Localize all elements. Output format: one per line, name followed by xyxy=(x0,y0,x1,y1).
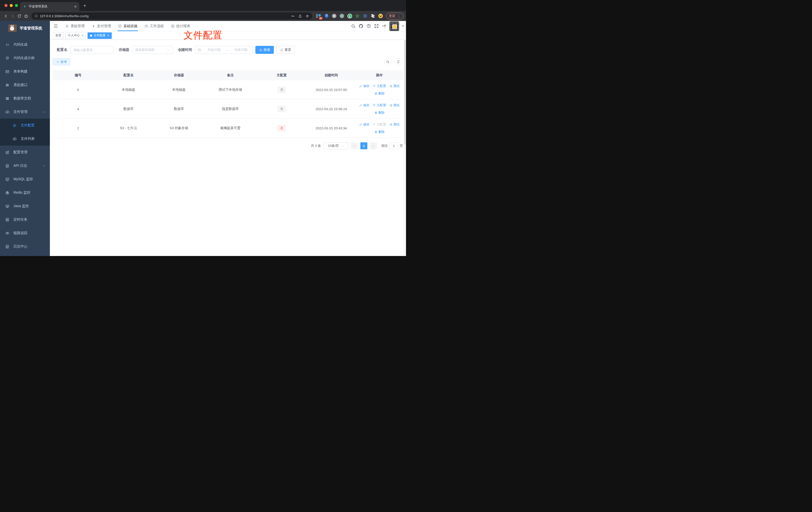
extension-command-icon[interactable]: ⌘ xyxy=(332,13,337,19)
tab-home[interactable]: 首页 xyxy=(53,32,64,39)
sidebar-item-file-config[interactable]: 文件配置 xyxy=(0,119,50,132)
topnav-item-report[interactable]: 统计报表 xyxy=(167,21,194,31)
refresh-table-button[interactable] xyxy=(395,58,402,65)
delete-action[interactable]: 删除 xyxy=(374,91,384,96)
help-icon[interactable] xyxy=(366,24,371,28)
test-action[interactable]: 测试 xyxy=(389,122,400,127)
cell-actions: 修改主配置测试删除 xyxy=(356,84,403,96)
minimize-window-button[interactable] xyxy=(10,4,13,7)
fullscreen-icon[interactable] xyxy=(374,24,379,28)
edit-action[interactable]: 修改 xyxy=(359,84,369,88)
tab-close-icon[interactable]: ✕ xyxy=(107,34,109,37)
reset-button[interactable]: 重置 xyxy=(276,46,295,54)
forward-icon[interactable] xyxy=(9,13,16,20)
browser-tab[interactable]: 芋道管理系统 ✕ xyxy=(20,2,79,11)
share-icon[interactable] xyxy=(298,14,302,18)
cell-primary: 否 xyxy=(257,106,307,112)
avatar[interactable] xyxy=(389,22,399,31)
topnav-item-infra[interactable]: 基础设施 xyxy=(114,21,141,31)
sidebar-item-code-example[interactable]: 代码生成示例 xyxy=(0,51,50,65)
site-info-icon[interactable] xyxy=(34,14,38,18)
sidebar-item-code-generation[interactable]: 代码生成 xyxy=(0,38,50,51)
sidebar-item-java-monitor[interactable]: Java 监控 xyxy=(0,200,50,213)
address-bar[interactable]: 127.0.0.1:1024 /infra/file/file-config xyxy=(31,12,312,20)
search-button[interactable]: 搜索 xyxy=(255,46,274,54)
action-label: 删除 xyxy=(378,111,384,115)
browser-update-button[interactable]: 更新 ⋮ xyxy=(386,13,404,20)
font-size-icon[interactable]: TT xyxy=(382,24,386,28)
extension-balloon-icon[interactable] xyxy=(324,13,329,19)
page-size-select[interactable]: 10条/页 xyxy=(323,142,348,149)
next-page-button[interactable]: › xyxy=(370,142,377,149)
created-label: 创建时间 xyxy=(178,48,192,52)
new-tab-button[interactable]: + xyxy=(83,3,86,9)
sidebar-item-form-builder[interactable]: 表单构建 xyxy=(0,65,50,78)
add-button[interactable]: 新增 xyxy=(53,58,70,65)
topnav-item-pay[interactable]: ¥支付管理 xyxy=(88,21,114,31)
date-range-picker[interactable]: 开始日期 - 结束日期 xyxy=(195,46,252,54)
chart-icon xyxy=(5,177,9,181)
page-number-1[interactable]: 1 xyxy=(360,142,367,149)
tab-close-icon[interactable]: ✕ xyxy=(74,5,77,8)
set-master-action[interactable]: 主配置 xyxy=(373,103,386,108)
topnav-item-workflow[interactable]: 工作流程 xyxy=(141,21,167,31)
delete-action[interactable]: 删除 xyxy=(374,111,384,115)
sidebar-item-system-api[interactable]: 系统接口 xyxy=(0,78,50,92)
sidebar-toggle-icon[interactable] xyxy=(50,21,62,31)
scrollbar-thumb[interactable] xyxy=(404,40,406,145)
close-window-button[interactable] xyxy=(4,4,7,7)
extension-grid-icon[interactable]: 11 xyxy=(316,13,321,19)
sidebar-item-api-log[interactable]: API 日志 xyxy=(0,159,50,173)
goto-page-input[interactable] xyxy=(389,142,398,149)
sidebar-item-trace[interactable]: 链路追踪 xyxy=(0,226,50,240)
test-action[interactable]: 测试 xyxy=(389,84,400,88)
extension-record-icon[interactable] xyxy=(340,13,344,19)
tab-file-config[interactable]: 文件配置 ✕ xyxy=(88,32,112,39)
bookmark-star-icon[interactable] xyxy=(306,14,309,18)
date-separator: - xyxy=(227,48,228,52)
sidebar-item-config-management[interactable]: 配置管理 xyxy=(0,146,50,159)
tab-profile[interactable]: 个人中心 ✕ xyxy=(65,32,86,39)
sidebar-item-log-center[interactable]: 日志中心 xyxy=(0,240,50,253)
sidebar-item-file-management[interactable]: 文件管理 xyxy=(0,105,50,119)
extension-lens-icon[interactable] xyxy=(362,13,368,19)
sidebar-item-file-list[interactable]: 文件列表 xyxy=(0,132,50,146)
maximize-window-button[interactable] xyxy=(15,4,18,7)
extensions-puzzle-icon[interactable] xyxy=(370,13,375,19)
tab-close-icon[interactable]: ✕ xyxy=(81,34,84,37)
file-config-table: 编号配置名存储器备注主配置创建时间操作 5本地磁盘本地磁盘测试下本地存储否202… xyxy=(53,70,403,138)
delete-action[interactable]: 删除 xyxy=(374,130,384,134)
home-icon[interactable] xyxy=(23,13,29,20)
github-icon[interactable] xyxy=(358,24,364,28)
sidebar-item-scheduled-task[interactable]: 定时任务 xyxy=(0,213,50,226)
url-path: /infra/file/file-config xyxy=(62,14,89,18)
set-master-action[interactable]: 主配置 xyxy=(373,84,386,88)
tab-label: 个人中心 xyxy=(68,33,80,38)
topnav-item-system[interactable]: 系统管理 xyxy=(62,21,88,31)
config-name-input[interactable] xyxy=(70,46,113,54)
search-icon[interactable] xyxy=(351,24,356,28)
extension-star-icon[interactable] xyxy=(355,13,360,19)
tab-label: 文件配置 xyxy=(93,33,106,38)
storage-select[interactable]: 请选择存储器 xyxy=(132,46,173,54)
actions-line-2: 删除 xyxy=(374,111,384,115)
sidebar-item-db-doc[interactable]: 数据库文档 xyxy=(0,92,50,105)
extensions-area: 11 ⌘ y xyxy=(316,13,383,19)
edit-action[interactable]: 修改 xyxy=(359,103,369,108)
trash-icon xyxy=(374,92,378,95)
back-icon[interactable] xyxy=(2,13,9,20)
sidebar-item-mysql-monitor[interactable]: MySQL 监控 xyxy=(0,173,50,186)
extension-emoji-icon[interactable] xyxy=(378,13,383,19)
browser-menu-dots-icon[interactable]: ⋮ xyxy=(397,14,401,18)
password-key-icon[interactable] xyxy=(291,14,295,18)
extension-y-icon[interactable]: y xyxy=(347,13,352,19)
page-scrollbar[interactable] xyxy=(404,21,406,256)
window-controls xyxy=(4,4,18,7)
toggle-search-button[interactable] xyxy=(384,58,392,65)
sidebar-item-redis-monitor[interactable]: Redis 监控 xyxy=(0,186,50,200)
test-action[interactable]: 测试 xyxy=(389,103,400,108)
cell-created: 2022-03-15 23:57:00 xyxy=(307,88,356,92)
reload-icon[interactable] xyxy=(16,13,23,20)
prev-page-button[interactable]: ‹ xyxy=(351,142,358,149)
edit-action[interactable]: 修改 xyxy=(359,122,369,127)
